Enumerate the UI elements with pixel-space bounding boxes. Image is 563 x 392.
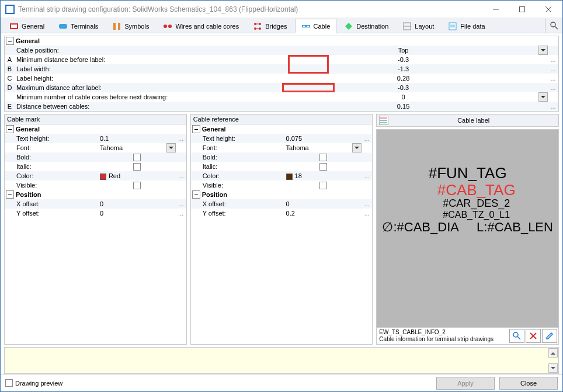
minimize-button[interactable] — [482, 1, 509, 18]
ellipsis-button[interactable]: ... — [362, 171, 372, 181]
property-row[interactable]: Italic: — [191, 162, 373, 171]
property-row[interactable]: DMaximum distance after label:-0.3... — [5, 83, 558, 92]
close-button[interactable] — [535, 1, 561, 18]
property-value[interactable]: 18 — [285, 171, 362, 181]
ellipsis-button[interactable]: ... — [362, 199, 372, 209]
collapse-toggle[interactable] — [6, 190, 14, 199]
tab-label: Cable — [314, 23, 331, 30]
property-row[interactable]: Font:Tahoma — [191, 143, 373, 152]
property-row[interactable]: Minimum number of cable cores before nex… — [5, 92, 558, 102]
hint-scroll-up[interactable] — [548, 348, 558, 358]
property-value[interactable]: 0.075 — [285, 134, 362, 143]
ellipsis-button[interactable]: ... — [548, 83, 558, 92]
property-value[interactable]: Tahoma — [285, 143, 362, 152]
property-row[interactable]: CLabel height:0.28... — [5, 74, 558, 83]
property-row[interactable]: X offset:0... — [191, 199, 373, 209]
property-value[interactable]: -1.3 — [259, 64, 548, 74]
chevron-down-icon[interactable] — [352, 143, 362, 152]
collapse-toggle[interactable] — [6, 125, 14, 133]
delete-button[interactable] — [526, 329, 541, 343]
property-row[interactable]: Y offset:0... — [5, 209, 186, 218]
property-row[interactable]: Bold: — [5, 152, 186, 162]
collapse-toggle[interactable] — [192, 125, 200, 133]
property-row[interactable]: BLabel width:-1.3... — [5, 64, 558, 74]
zoom-button[interactable] — [509, 329, 524, 343]
ellipsis-button[interactable]: ... — [176, 209, 186, 218]
property-row[interactable]: Text height:0.1... — [5, 134, 186, 143]
chevron-down-icon[interactable] — [538, 46, 548, 55]
ellipsis-button[interactable]: ... — [548, 74, 558, 83]
ellipsis-button[interactable]: ... — [176, 134, 186, 143]
drawing-preview-checkbox[interactable]: Drawing preview — [5, 379, 62, 387]
ellipsis-button[interactable]: ... — [548, 55, 558, 64]
tab-cable[interactable]: Cable — [295, 19, 337, 33]
tab-wires[interactable]: Wires and cable cores — [157, 19, 245, 33]
property-row[interactable]: X offset:0... — [5, 199, 186, 209]
property-value[interactable] — [285, 163, 362, 171]
svg-rect-7 — [113, 23, 116, 30]
ellipsis-button[interactable]: ... — [548, 102, 558, 111]
property-value[interactable] — [99, 163, 176, 171]
tab-bridges[interactable]: Bridges — [246, 19, 293, 33]
property-row[interactable]: Color:Red... — [5, 171, 186, 181]
chevron-down-icon[interactable] — [538, 92, 548, 102]
hint-scroll-down[interactable] — [548, 363, 558, 373]
property-row[interactable]: Font:Tahoma — [5, 143, 186, 152]
tab-destination[interactable]: Destination — [338, 19, 395, 33]
property-value[interactable]: 0 — [285, 199, 362, 209]
close-dialog-button[interactable]: Close — [499, 377, 558, 390]
property-label: Visible: — [201, 181, 285, 190]
maximize-button[interactable] — [509, 1, 535, 18]
toolbar: General Terminals Symbols Wires and cabl… — [1, 18, 562, 33]
ellipsis-button[interactable]: ... — [362, 134, 372, 143]
property-value[interactable]: 0.1 — [99, 134, 176, 143]
tab-symbols[interactable]: Symbols — [106, 19, 155, 33]
section-label: Position — [202, 191, 227, 198]
property-row[interactable]: EDistance between cables:0.15... — [5, 102, 558, 111]
property-value[interactable]: 0.28 — [259, 74, 548, 83]
property-value[interactable]: 0 — [99, 209, 176, 218]
property-value[interactable] — [285, 182, 362, 189]
collapse-toggle[interactable] — [192, 190, 200, 199]
list-icon[interactable] — [379, 116, 388, 125]
property-value[interactable]: -0.3 — [259, 55, 548, 64]
apply-button[interactable]: Apply — [436, 377, 495, 390]
property-row[interactable]: Cable position:Top — [5, 46, 558, 55]
chevron-down-icon[interactable] — [166, 143, 176, 152]
property-value[interactable]: -0.3 — [259, 83, 548, 92]
property-row[interactable]: Text height:0.075... — [191, 134, 373, 143]
tab-filedata[interactable]: File data — [442, 19, 491, 33]
property-row[interactable]: AMinimum distance before label:-0.3... — [5, 55, 558, 64]
property-value[interactable]: 0.2 — [285, 209, 362, 218]
property-value[interactable]: Top — [259, 46, 548, 55]
property-label: Bold: — [15, 152, 99, 162]
ellipsis-button[interactable]: ... — [548, 64, 558, 74]
property-row[interactable]: Italic: — [5, 162, 186, 171]
property-label: Bold: — [201, 152, 285, 162]
svg-rect-1 — [519, 6, 524, 12]
property-value[interactable] — [99, 182, 176, 189]
property-value[interactable]: Red — [99, 171, 176, 181]
collapse-toggle[interactable] — [6, 37, 14, 45]
property-row[interactable]: Visible: — [191, 181, 373, 190]
ellipsis-button[interactable]: ... — [176, 199, 186, 209]
property-row[interactable]: Y offset:0.2... — [191, 209, 373, 218]
property-row[interactable]: Bold: — [191, 152, 373, 162]
ellipsis-button[interactable]: ... — [176, 171, 186, 181]
property-value[interactable] — [285, 154, 362, 161]
property-value[interactable]: 0 — [259, 92, 548, 102]
property-value[interactable] — [99, 154, 176, 161]
property-row[interactable]: Visible: — [5, 181, 186, 190]
tab-layout[interactable]: Layout — [396, 19, 440, 33]
property-value[interactable]: 0.15 — [259, 102, 548, 111]
panel-title: Cable mark — [5, 115, 186, 124]
property-row[interactable]: Color:18... — [191, 171, 373, 181]
tab-terminals[interactable]: Terminals — [52, 19, 105, 33]
tab-general[interactable]: General — [3, 19, 51, 33]
property-value[interactable]: 0 — [99, 199, 176, 209]
edit-button[interactable] — [542, 329, 557, 343]
tab-label: Destination — [356, 23, 388, 30]
search-button[interactable] — [545, 18, 562, 33]
property-value[interactable]: Tahoma — [99, 143, 176, 152]
ellipsis-button[interactable]: ... — [362, 209, 372, 218]
